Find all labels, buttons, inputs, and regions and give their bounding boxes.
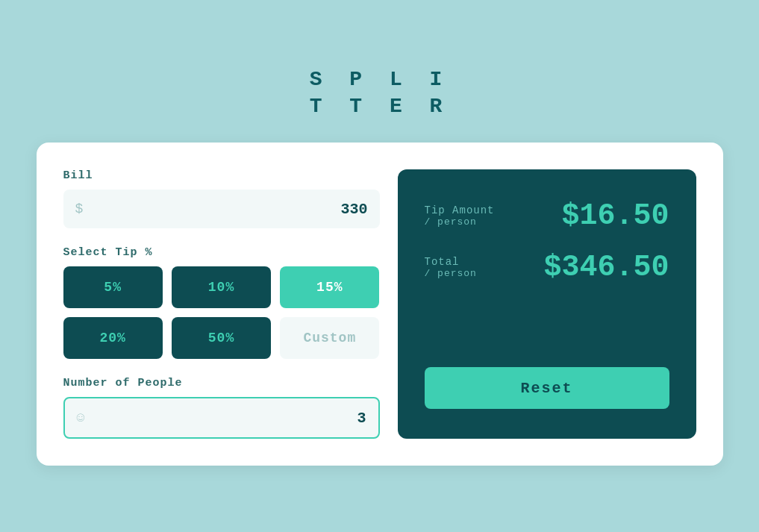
tip-btn-custom[interactable]: Custom <box>280 317 379 359</box>
people-section: Number of People ☺ <box>63 377 380 439</box>
tip-amount-row: Tip Amount / person $16.50 <box>425 199 669 233</box>
results-section: Tip Amount / person $16.50 Total / perso… <box>425 199 669 302</box>
tip-btn-15[interactable]: 15% <box>280 266 379 308</box>
tip-label: Select Tip % <box>63 246 380 259</box>
tip-btn-5[interactable]: 5% <box>63 266 163 308</box>
people-input-wrapper: ☺ <box>63 397 380 439</box>
tip-amount-value: $16.50 <box>561 199 669 233</box>
people-input[interactable] <box>90 410 366 427</box>
reset-button[interactable]: Reset <box>425 367 669 409</box>
tip-buttons-grid: 5% 10% 15% 20% 50% Custom <box>63 266 380 359</box>
tip-section: Select Tip % 5% 10% 15% 20% 50% Custom <box>63 246 380 359</box>
bill-input[interactable] <box>89 201 367 218</box>
total-label: Total / person <box>425 256 477 279</box>
total-value: $346.50 <box>543 251 669 284</box>
tip-btn-10[interactable]: 10% <box>172 266 271 308</box>
bill-input-wrapper: $ <box>63 190 380 228</box>
left-panel: Bill $ Select Tip % 5% 10% 15% 20% 50% C… <box>63 169 380 439</box>
main-card: Bill $ Select Tip % 5% 10% 15% 20% 50% C… <box>37 143 723 466</box>
tip-amount-label: Tip Amount / person <box>425 204 495 228</box>
right-panel: Tip Amount / person $16.50 Total / perso… <box>398 169 696 439</box>
bill-section: Bill $ <box>63 169 380 228</box>
tip-btn-50[interactable]: 50% <box>172 317 271 359</box>
people-label: Number of People <box>63 377 380 389</box>
dollar-sign-icon: $ <box>75 201 84 216</box>
total-row: Total / person $346.50 <box>425 251 669 284</box>
tip-btn-20[interactable]: 20% <box>63 317 163 359</box>
app-title: S P L I T T E R <box>310 66 450 121</box>
bill-label: Bill <box>63 169 380 182</box>
person-icon: ☺ <box>77 410 85 425</box>
